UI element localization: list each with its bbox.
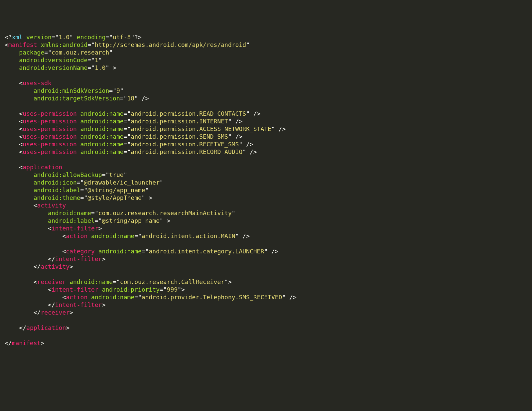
code-block: <?xml version="1.0" encoding="utf-8"?> <… <box>5 33 527 347</box>
